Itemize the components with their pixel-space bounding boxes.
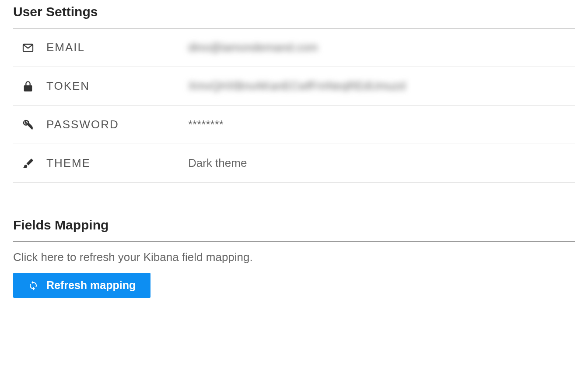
password-value: ********: [188, 118, 224, 131]
user-settings-title: User Settings: [13, 4, 575, 19]
envelope-icon: [22, 42, 34, 54]
theme-label: THEME: [46, 156, 91, 170]
email-label-cell: EMAIL: [13, 41, 188, 54]
fields-mapping-title: Fields Mapping: [13, 218, 575, 233]
settings-row-token[interactable]: TOKEN XmvQHXBnvAKanECwfFmNeqREdUmuzd: [13, 67, 575, 106]
email-value: dino@iamondemand.com: [188, 41, 318, 54]
section-divider-2: [13, 241, 575, 242]
settings-row-email[interactable]: EMAIL dino@iamondemand.com: [13, 28, 575, 67]
settings-row-password[interactable]: PASSWORD ********: [13, 106, 575, 144]
token-label: TOKEN: [46, 79, 90, 93]
password-label: PASSWORD: [46, 118, 119, 131]
svg-point-2: [25, 122, 27, 123]
fields-mapping-description: Click here to refresh your Kibana field …: [13, 250, 575, 264]
key-icon: [22, 119, 34, 131]
token-label-cell: TOKEN: [13, 79, 188, 93]
refresh-mapping-button[interactable]: Refresh mapping: [13, 273, 150, 298]
theme-value: Dark theme: [188, 156, 247, 170]
settings-row-theme[interactable]: THEME Dark theme: [13, 144, 575, 183]
theme-label-cell: THEME: [13, 156, 188, 170]
refresh-icon: [28, 280, 38, 291]
refresh-mapping-label: Refresh mapping: [46, 279, 136, 292]
user-settings-table: EMAIL dino@iamondemand.com TOKEN XmvQHXB…: [13, 28, 575, 183]
password-label-cell: PASSWORD: [13, 118, 188, 131]
paint-brush-icon: [22, 157, 34, 169]
lock-icon: [22, 80, 34, 92]
email-label: EMAIL: [46, 41, 85, 54]
token-value: XmvQHXBnvAKanECwfFmNeqREdUmuzd: [188, 79, 406, 93]
